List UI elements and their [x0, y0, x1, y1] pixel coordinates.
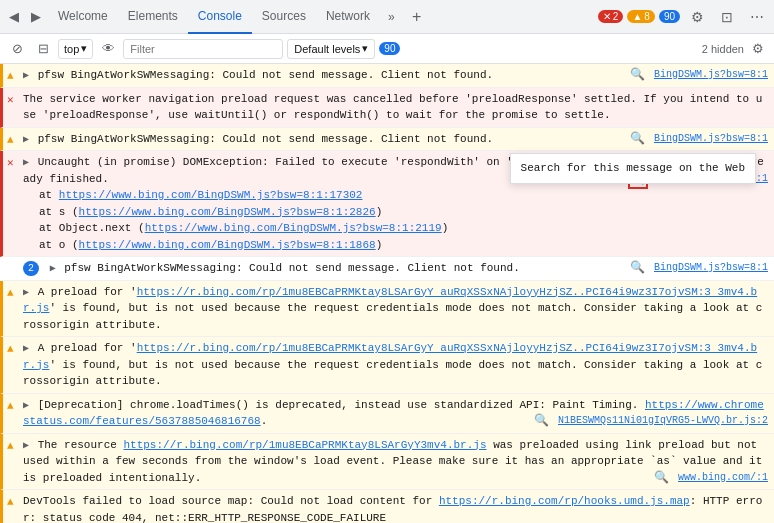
search-web-icon[interactable]: 🔍: [654, 470, 670, 486]
console-log-area: ▲ ▶ pfsw BingAtWorkSWMessaging: Could no…: [0, 64, 774, 523]
log-entry-fetchevent: ✕ ▶ Uncaught (in promise) DOMException: …: [0, 151, 774, 257]
warning-icon: ▲: [7, 68, 14, 85]
warning-badge[interactable]: ▲ 8: [627, 10, 654, 23]
log-entry: ▲ ▶ A preload for 'https://r.bing.com/rp…: [0, 337, 774, 394]
console-settings-icon[interactable]: ⚙: [748, 39, 768, 59]
expand-triangle[interactable]: ▶: [23, 68, 29, 83]
log-entry: ▲ ▶ A preload for 'https://r.bing.com/rp…: [0, 281, 774, 338]
search-web-tooltip: Search for this message on the Web: [510, 153, 756, 184]
log-entry: ✕ The service worker navigation preload …: [0, 88, 774, 128]
log-entry: ▲ ▶ [Deprecation] chrome.loadTimes() is …: [0, 394, 774, 434]
log-entry: ▲ ▶ pfsw BingAtWorkSWMessaging: Could no…: [0, 64, 774, 88]
warning-icon: ▲: [7, 438, 14, 455]
log-text: The service worker navigation preload re…: [23, 93, 762, 122]
warning-count: 8: [644, 11, 650, 22]
warning-icon: ▲: [7, 285, 14, 302]
preload-link[interactable]: https://r.bing.com/rp/1mu8EBCaPRMKtay8LS…: [23, 342, 757, 371]
log-count-badge: 90: [379, 42, 400, 55]
log-text: pfsw BingAtWorkSWMessaging: Could not se…: [38, 133, 493, 145]
levels-label: Default levels: [294, 43, 360, 55]
expand-triangle[interactable]: ▶: [23, 398, 29, 413]
warning-triangle-icon: ▲: [632, 11, 642, 22]
repeat-count-badge: 2: [23, 261, 39, 276]
log-text: pfsw BingAtWorkSWMessaging: Could not se…: [38, 69, 493, 81]
log-text: A preload for 'https://r.bing.com/rp/1mu…: [23, 286, 762, 331]
more-tabs-button[interactable]: »: [380, 0, 403, 34]
tooltip-text: Search for this message on the Web: [521, 162, 745, 174]
search-web-icon[interactable]: 🔍: [630, 67, 646, 83]
context-selector[interactable]: top ▾: [58, 39, 93, 59]
warning-icon: ▲: [7, 494, 14, 511]
log-count: 90: [384, 43, 395, 54]
levels-selector[interactable]: Default levels ▾: [287, 39, 375, 59]
forward-icon[interactable]: ▶: [26, 7, 46, 27]
warning-icon: ▲: [7, 398, 14, 415]
log-entry: 2 ▶ pfsw BingAtWorkSWMessaging: Could no…: [0, 257, 774, 281]
tab-right-buttons: ✕ 2 ▲ 8 90 ⚙ ⊡ ⋯: [598, 4, 770, 30]
preload-link[interactable]: https://r.bing.com/rp/1mu8EBCaPRMKtay8LS…: [23, 286, 757, 315]
tab-welcome[interactable]: Welcome: [48, 0, 118, 34]
stack-link[interactable]: https://www.bing.com/BingDSWM.js?bsw=8:1…: [145, 222, 442, 234]
warning-icon: ▲: [7, 341, 14, 358]
more-options-icon[interactable]: ⋯: [744, 4, 770, 30]
tab-network[interactable]: Network: [316, 0, 380, 34]
context-dropdown-icon: ▾: [81, 42, 87, 55]
log-entry: ▲ ▶ The resource https://r.bing.com/rp/1…: [0, 434, 774, 491]
log-text: pfsw BingAtWorkSWMessaging: Could not se…: [64, 262, 519, 274]
log-entry: ▲ DevTools failed to load source map: Co…: [0, 490, 774, 523]
stack-link[interactable]: https://www.bing.com/BingDSWM.js?bsw=8:1…: [79, 206, 376, 218]
eye-icon[interactable]: 👁: [97, 38, 119, 60]
log-entry: ▲ ▶ pfsw BingAtWorkSWMessaging: Could no…: [0, 128, 774, 152]
log-stack-trace: at Object.next (https://www.bing.com/Bin…: [23, 220, 768, 237]
search-web-icon[interactable]: 🔍: [630, 131, 646, 147]
warning-icon: ▲: [7, 132, 14, 149]
stack-link[interactable]: https://www.bing.com/BingDSWM.js?bsw=8:1…: [79, 239, 376, 251]
log-text: The resource https://r.bing.com/rp/1mu8E…: [23, 439, 762, 484]
log-source-link[interactable]: N1BESWMQs11Ni01gIqVRG5-LWVQ.br.js:2: [558, 413, 768, 428]
add-tab-button[interactable]: +: [403, 3, 431, 31]
log-source-link[interactable]: BingDSWM.js?bsw=8:1: [654, 131, 768, 146]
clear-console-button[interactable]: ⊘: [6, 38, 28, 60]
expand-triangle[interactable]: ▶: [23, 341, 29, 356]
tab-elements[interactable]: Elements: [118, 0, 188, 34]
settings-gear-icon[interactable]: ⚙: [684, 4, 710, 30]
error-badge[interactable]: ✕ 2: [598, 10, 624, 23]
error-count: 2: [613, 11, 619, 22]
log-stack-trace: at https://www.bing.com/BingDSWM.js?bsw=…: [23, 187, 768, 204]
stack-link[interactable]: https://www.bing.com/BingDSWM.js?bsw=8:1…: [59, 189, 363, 201]
log-source-link[interactable]: BingDSWM.js?bsw=8:1: [654, 260, 768, 275]
log-source-link[interactable]: www.bing.com/:1: [678, 470, 768, 485]
info-count: 90: [664, 11, 675, 22]
expand-triangle[interactable]: ▶: [23, 285, 29, 300]
sourcemap-link[interactable]: https://r.bing.com/rp/hooks.umd.js.map: [439, 495, 690, 507]
error-x-icon: ✕: [603, 11, 611, 22]
error-icon: ✕: [7, 92, 14, 109]
resource-link[interactable]: https://r.bing.com/rp/1mu8EBCaPRMKtay8LS…: [123, 439, 486, 451]
log-source-link[interactable]: BingDSWM.js?bsw=8:1: [654, 67, 768, 82]
devtools-tab-bar: ◀ ▶ Welcome Elements Console Sources Net…: [0, 0, 774, 34]
log-stack-trace: at s (https://www.bing.com/BingDSWM.js?b…: [23, 204, 768, 221]
block-icon[interactable]: ⊟: [32, 38, 54, 60]
log-text: DevTools failed to load source map: Coul…: [23, 495, 762, 523]
console-toolbar: ⊘ ⊟ top ▾ 👁 Default levels ▾ 90 2 hidden…: [0, 34, 774, 64]
tab-sources[interactable]: Sources: [252, 0, 316, 34]
levels-dropdown-icon: ▾: [362, 42, 368, 55]
tab-console[interactable]: Console: [188, 0, 252, 34]
hidden-count: 2 hidden: [702, 43, 744, 55]
context-label: top: [64, 43, 79, 55]
expand-triangle[interactable]: ▶: [50, 261, 56, 276]
info-badge[interactable]: 90: [659, 10, 680, 23]
log-stack-trace: at o (https://www.bing.com/BingDSWM.js?b…: [23, 237, 768, 254]
error-icon: ✕: [7, 155, 14, 172]
filter-input[interactable]: [123, 39, 283, 59]
expand-triangle[interactable]: ▶: [23, 155, 29, 170]
expand-triangle[interactable]: ▶: [23, 132, 29, 147]
log-text: A preload for 'https://r.bing.com/rp/1mu…: [23, 342, 762, 387]
search-web-icon[interactable]: 🔍: [534, 413, 550, 429]
search-web-icon[interactable]: 🔍: [630, 260, 646, 276]
cast-icon[interactable]: ⊡: [714, 4, 740, 30]
expand-triangle[interactable]: ▶: [23, 438, 29, 453]
back-icon[interactable]: ◀: [4, 7, 24, 27]
